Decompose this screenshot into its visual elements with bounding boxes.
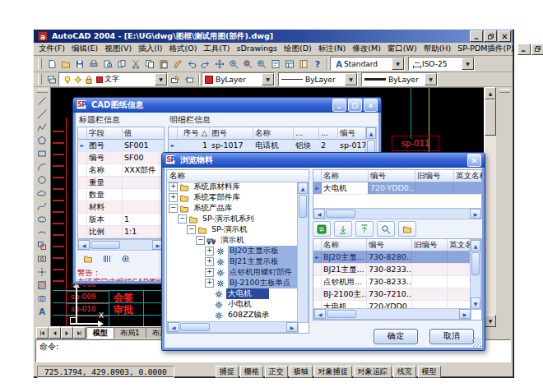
toolbar-grip[interactable] xyxy=(37,89,48,93)
canvas-vertical-scrollbar[interactable]: ▲ ▼ xyxy=(485,87,496,327)
insert-block-icon[interactable] xyxy=(35,239,49,252)
design-center-icon[interactable] xyxy=(282,58,296,70)
polyline-icon[interactable] xyxy=(35,121,49,134)
color-combo[interactable]: ByLayer ▼ xyxy=(202,72,275,86)
scroll-down-icon[interactable]: ▼ xyxy=(471,297,480,309)
status-toggle[interactable]: 模型 xyxy=(418,366,441,378)
close-button[interactable] xyxy=(498,30,511,42)
menu-item[interactable]: 编辑(E) xyxy=(68,43,101,55)
minimize-button[interactable] xyxy=(332,99,346,112)
menu-item[interactable]: 标注(N) xyxy=(315,43,350,55)
rectangle-icon[interactable] xyxy=(35,147,49,160)
circle-icon[interactable] xyxy=(35,173,49,187)
ok-button[interactable]: 确定 xyxy=(374,329,418,344)
text-style-combo[interactable]: A Standard ▼ xyxy=(330,57,405,71)
tree-item[interactable]: +BJ-2100主板单点 xyxy=(167,278,299,288)
match-properties-icon[interactable] xyxy=(170,58,184,70)
tree-item[interactable]: +系统零部件库 xyxy=(167,192,299,203)
tree-vertical-scrollbar[interactable]: ▲ xyxy=(297,182,309,323)
status-toggle[interactable]: 正交 xyxy=(265,366,288,378)
table-row[interactable]: ►图号SF001 xyxy=(78,140,164,152)
chevron-down-icon[interactable]: ▼ xyxy=(392,58,404,70)
table-row[interactable]: BJ21主显...730-8233... xyxy=(313,264,471,276)
status-toggle[interactable]: 极轴 xyxy=(290,366,313,378)
save-icon[interactable] xyxy=(72,58,86,70)
table-row[interactable]: ►BJ20主显...730-8280... xyxy=(313,251,471,264)
polygon-icon[interactable] xyxy=(35,134,49,147)
scroll-right-icon[interactable]: ▶ xyxy=(459,309,471,319)
scrollbar-thumb[interactable] xyxy=(180,323,210,331)
chevron-down-icon[interactable]: ▼ xyxy=(425,73,437,85)
table-row[interactable]: 点钞机用...730-8233... xyxy=(313,276,471,288)
layout-tab[interactable]: 模型 xyxy=(86,327,114,339)
column-header[interactable]: ... xyxy=(294,127,319,139)
column-header[interactable]: 序号 △ xyxy=(178,127,210,139)
revcloud-icon[interactable] xyxy=(35,187,49,200)
layer-properties-icon[interactable] xyxy=(44,73,58,85)
mdi-restore-button[interactable] xyxy=(531,44,543,55)
collapse-icon[interactable]: − xyxy=(169,204,178,213)
point-icon[interactable] xyxy=(35,265,49,279)
scrollbar-thumb[interactable] xyxy=(471,252,480,275)
column-header[interactable]: 旧编号 xyxy=(415,170,454,182)
layer-combo[interactable]: 文字 ▼ xyxy=(58,72,168,86)
plot-icon[interactable] xyxy=(86,58,100,70)
color-swatch-icon[interactable] xyxy=(94,73,104,85)
open-icon[interactable] xyxy=(58,58,72,70)
scrollbar-thumb[interactable] xyxy=(327,310,356,318)
tree-item[interactable]: 608ZZ轴承 xyxy=(167,310,299,321)
resize-grip[interactable] xyxy=(472,338,481,347)
print-preview-icon[interactable] xyxy=(100,58,114,70)
mdi-minimize-button[interactable] xyxy=(517,44,531,55)
sun-icon[interactable] xyxy=(72,73,83,85)
lineweight-combo[interactable]: ByLayer ▼ xyxy=(361,72,438,86)
column-header[interactable]: 名称 xyxy=(322,170,369,182)
vertical-scrollbar[interactable]: ▲ ▼ xyxy=(470,239,481,310)
copy-icon[interactable] xyxy=(142,58,156,70)
help-icon[interactable]: ? xyxy=(310,58,324,70)
spline-icon[interactable] xyxy=(35,200,49,213)
dim-style-combo[interactable]: ISO-25 ▼ xyxy=(408,57,475,71)
line-icon[interactable] xyxy=(35,95,49,108)
cancel-button[interactable]: 取消 xyxy=(429,329,474,344)
column-header[interactable]: 英文名称 xyxy=(454,170,482,182)
restore-button[interactable] xyxy=(484,30,497,42)
scroll-left-icon[interactable]: ◀ xyxy=(78,240,90,250)
horizontal-scrollbar[interactable]: ◀ ▶ xyxy=(313,208,482,219)
expand-icon[interactable]: + xyxy=(205,268,214,277)
title-bar[interactable]: a AutoCAD 2004 - [E:\UG\dwg\图框\测试用图(部件).… xyxy=(34,30,513,43)
column-header[interactable]: 名称 xyxy=(322,239,367,251)
scroll-right-icon[interactable]: ▶ xyxy=(470,209,481,219)
make-object-layer-current-icon[interactable] xyxy=(168,73,182,85)
scroll-left-icon[interactable]: ◀ xyxy=(313,209,325,219)
toolbar-grip[interactable] xyxy=(499,89,510,93)
cut-icon[interactable] xyxy=(128,58,142,70)
tree-item[interactable]: −SP-演示机系列 xyxy=(167,214,299,224)
column-header[interactable]: 图号 xyxy=(210,127,253,139)
tree-item[interactable]: +BJ20主显示板 xyxy=(167,246,299,256)
scroll-left-icon[interactable]: ◀ xyxy=(314,309,326,319)
column-header[interactable]: 编号 xyxy=(367,239,412,251)
horizontal-scrollbar[interactable]: ◀ ▶ xyxy=(313,308,471,320)
menu-item[interactable]: 视图(V) xyxy=(101,43,135,55)
move-down-icon[interactable] xyxy=(334,221,352,237)
status-toggle[interactable]: 对象追踪 xyxy=(354,366,392,378)
expand-icon[interactable]: + xyxy=(205,257,214,266)
close-icon[interactable] xyxy=(467,154,481,167)
tree-item[interactable]: −SP-演示机 xyxy=(167,224,299,235)
status-toggle[interactable]: 捕捉 xyxy=(216,366,239,378)
paste-icon[interactable] xyxy=(156,58,170,70)
expand-icon[interactable]: + xyxy=(169,193,178,202)
next-tab-button[interactable] xyxy=(61,327,73,339)
menu-item[interactable]: 格式(O) xyxy=(165,43,200,55)
transfer-icon[interactable] xyxy=(313,221,331,237)
dialog-title-bar[interactable]: SP 浏览物料 xyxy=(162,153,485,168)
tree-item[interactable]: +系统原材料库 xyxy=(167,182,299,192)
chevron-down-icon[interactable]: ▼ xyxy=(155,73,167,85)
expand-icon[interactable]: + xyxy=(205,279,214,288)
zoom-window-icon[interactable] xyxy=(240,58,254,70)
column-header[interactable]: ... xyxy=(319,127,338,139)
new-icon[interactable] xyxy=(44,58,58,70)
scroll-up-icon[interactable]: ▲ xyxy=(366,127,376,139)
scroll-right-icon[interactable]: ▶ xyxy=(286,322,298,332)
